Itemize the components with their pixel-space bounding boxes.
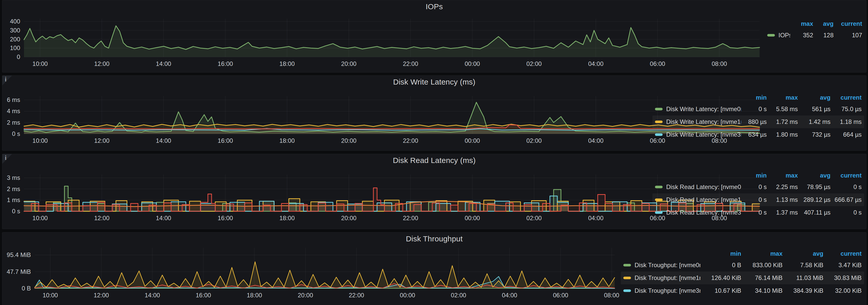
x-axis-tick-label: 06:00: [545, 292, 576, 299]
legend: minmaxavgcurrentDisk Write Latency: [nvm…: [652, 92, 864, 141]
legend-header-max[interactable]: max: [767, 94, 798, 101]
legend: minmaxavgcurrentDisk Read Latency: [nvme…: [652, 170, 864, 219]
y-axis-tick-label: 0 s: [0, 130, 20, 138]
legend-row: Disk Read Latency: [nvme0n1]0 s2.25 ms78…: [652, 181, 864, 193]
x-axis-tick-label: 02:00: [519, 137, 549, 145]
legend-row: Disk Write Latency: [nvme1n1]880 µs1.72 …: [652, 115, 864, 128]
panel-title[interactable]: Disk Write Latency (ms): [2, 78, 866, 86]
legend-value: 384.39 KiB: [782, 287, 823, 294]
x-axis-tick-label: 22:00: [341, 292, 372, 299]
series-color-marker: [655, 186, 662, 188]
legend-series-toggle[interactable]: IOPs: [767, 32, 790, 39]
time-series-plot[interactable]: [24, 174, 760, 211]
legend-value: 0 B: [701, 261, 741, 269]
panel-title[interactable]: Disk Read Latency (ms): [2, 156, 866, 165]
x-axis-tick-label: 22:00: [395, 214, 426, 222]
legend-value: 75.0 µs: [831, 106, 862, 113]
legend-header-avg[interactable]: avg: [813, 20, 834, 27]
legend-value: 32.00 KiB: [823, 287, 862, 294]
legend-row: Disk Troughput: [nvme3n1]10.67 KiB34.10 …: [621, 284, 864, 297]
y-axis-tick-label: 0 s: [0, 207, 20, 215]
legend-header-min[interactable]: min: [741, 94, 767, 101]
legend-series-toggle[interactable]: Disk Troughput: [nvme3n1]: [623, 287, 701, 294]
y-axis-tick-label: 300: [0, 27, 20, 34]
y-axis-tick-label: 2 ms: [0, 119, 20, 127]
legend-header-max[interactable]: max: [767, 172, 798, 179]
y-axis-tick-label: 1 ms: [0, 196, 20, 204]
x-axis-tick-label: 20:00: [290, 292, 321, 299]
legend-value: 2.25 ms: [767, 184, 798, 191]
legend-header-avg[interactable]: avg: [798, 172, 831, 179]
legend-header-current[interactable]: current: [831, 94, 862, 101]
legend-series-toggle[interactable]: Disk Read Latency: [nvme0n1]: [655, 184, 741, 191]
x-axis-tick-label: 10:00: [35, 292, 66, 299]
legend-series-toggle[interactable]: Disk Read Latency: [nvme1n1]: [655, 196, 741, 203]
y-axis-tick-label: 6 ms: [0, 96, 20, 104]
legend-value: 1.18 ms: [831, 118, 862, 126]
legend-value: 1.37 ms: [767, 209, 798, 216]
legend-header-max[interactable]: max: [790, 20, 813, 27]
x-axis-tick-label: 18:00: [239, 292, 270, 299]
x-axis-tick-label: 18:00: [272, 137, 302, 145]
legend-header-current[interactable]: current: [831, 172, 862, 179]
panel-disk-write-latency: i Disk Write Latency (ms) minmaxavgcurre…: [2, 75, 866, 151]
x-axis-tick-label: 14:00: [137, 292, 167, 299]
x-axis-tick-label: 22:00: [395, 60, 426, 68]
legend-header-min[interactable]: min: [701, 250, 741, 257]
x-axis-tick-label: 14:00: [148, 137, 179, 145]
x-axis-tick-label: 10:00: [25, 137, 55, 145]
legend-series-toggle[interactable]: Disk Troughput: [nvme0n1]: [623, 261, 701, 269]
x-axis-tick-label: 20:00: [334, 60, 364, 68]
legend-value: 880 µs: [741, 118, 767, 126]
legend-value: 5.58 ms: [767, 106, 798, 113]
series-color-marker: [655, 198, 662, 201]
x-axis-tick-label: 00:00: [457, 60, 488, 68]
y-axis-tick-label: 95.4 MiB: [0, 251, 31, 259]
y-axis-tick-label: 200: [0, 35, 20, 43]
panel-title[interactable]: Disk Throughput: [2, 234, 866, 243]
legend-series-label: Disk Write Latency: [nvme1n1]: [666, 118, 741, 126]
panel-disk-read-latency: i Disk Read Latency (ms) minmaxavgcurren…: [2, 154, 866, 229]
legend-series-label: Disk Read Latency: [nvme0n1]: [666, 184, 741, 191]
legend-value: 34.10 MiB: [741, 287, 782, 294]
panel-title[interactable]: IOPs: [2, 2, 866, 11]
legend-series-label: Disk Read Latency: [nvme1n1]: [666, 196, 741, 203]
legend-value: 833.00 KiB: [741, 261, 782, 269]
legend-header-current[interactable]: current: [834, 20, 862, 27]
legend-header-avg[interactable]: avg: [782, 250, 823, 257]
y-axis-tick-label: 3 ms: [0, 174, 20, 182]
x-axis-tick-label: 16:00: [210, 137, 241, 145]
x-axis-tick-label: 12:00: [87, 137, 117, 145]
legend-header-current[interactable]: current: [823, 250, 862, 257]
time-series-plot[interactable]: [24, 19, 760, 57]
legend-series-toggle[interactable]: Disk Troughput: [nvme1n1]: [623, 274, 701, 281]
time-series-plot[interactable]: [24, 96, 760, 134]
x-axis-tick-label: 06:00: [642, 60, 673, 68]
x-axis-tick-label: 14:00: [148, 214, 179, 222]
x-axis-tick-label: 02:00: [519, 214, 549, 222]
legend-header-max[interactable]: max: [741, 250, 782, 257]
panel-disk-throughput: Disk Throughput minmaxavgcurrentDisk Tro…: [2, 232, 866, 305]
legend-header-min[interactable]: min: [741, 172, 767, 179]
legend-value: 1.13 ms: [767, 196, 798, 203]
x-axis-tick-label: 12:00: [87, 60, 117, 68]
legend-row: Disk Write Latency: [nvme3n1]634 µs1.80 …: [652, 128, 864, 141]
legend-header-avg[interactable]: avg: [798, 94, 831, 101]
series-color-marker: [655, 120, 662, 123]
x-axis-tick-label: 16:00: [188, 292, 219, 299]
legend-row: Disk Read Latency: [nvme1n1]0 s1.13 ms28…: [652, 193, 864, 206]
x-axis-tick-label: 00:00: [457, 214, 488, 222]
legend-series-toggle[interactable]: Disk Write Latency: [nvme1n1]: [655, 118, 741, 126]
x-axis-tick-label: 12:00: [87, 214, 117, 222]
legend-series-label: Disk Troughput: [nvme0n1]: [634, 261, 701, 269]
legend-series-toggle[interactable]: Disk Write Latency: [nvme0n1]: [655, 106, 741, 113]
x-axis-tick-label: 08:00: [596, 292, 627, 299]
y-axis-tick-label: 0 B: [0, 284, 31, 292]
x-axis-tick-label: 08:00: [704, 137, 735, 145]
series-color-marker: [623, 264, 631, 267]
legend-value: 128: [813, 32, 834, 39]
legend-value: 0 s: [741, 106, 767, 113]
legend-series-label: Disk Write Latency: [nvme0n1]: [666, 106, 741, 113]
legend-header-row: maxavgcurrent: [765, 19, 865, 29]
time-series-plot[interactable]: [35, 248, 615, 288]
